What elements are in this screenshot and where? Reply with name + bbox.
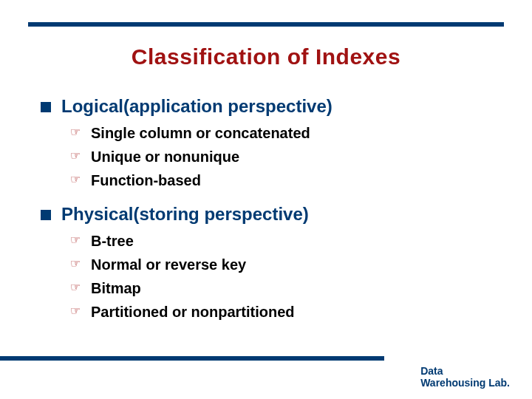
item-text: Partitioned or nonpartitioned — [91, 303, 295, 321]
list-item: ☞ Normal or reverse key — [70, 256, 502, 273]
pointer-icon: ☞ — [70, 148, 83, 164]
footer-line-1: Data — [420, 365, 443, 377]
pointer-icon: ☞ — [70, 303, 83, 319]
section-head: Logical(application perspective) — [41, 96, 502, 117]
pointer-icon: ☞ — [70, 232, 83, 248]
pointer-icon: ☞ — [70, 256, 83, 272]
item-text: Single column or concatenated — [91, 124, 310, 142]
item-text: B-tree — [91, 232, 134, 250]
list-item: ☞ Unique or nonunique — [70, 148, 502, 166]
item-list: ☞ Single column or concatenated ☞ Unique… — [70, 124, 502, 189]
list-item: ☞ B-tree — [70, 232, 502, 250]
pointer-icon: ☞ — [70, 279, 83, 296]
section-logical: Logical(application perspective) ☞ Singl… — [41, 96, 502, 189]
item-text: Function-based — [91, 171, 201, 189]
list-item: ☞ Function-based — [70, 171, 502, 189]
footer-line-2: Warehousing Lab. — [420, 377, 510, 389]
pointer-icon: ☞ — [70, 171, 83, 188]
list-item: ☞ Bitmap — [70, 279, 502, 297]
item-text: Bitmap — [91, 279, 141, 297]
square-bullet-icon — [41, 210, 51, 220]
content-area: Logical(application perspective) ☞ Singl… — [41, 96, 502, 335]
item-text: Normal or reverse key — [91, 256, 246, 273]
item-text: Unique or nonunique — [91, 148, 239, 166]
footer-label: Data Warehousing Lab. — [420, 365, 510, 389]
bottom-rule — [0, 356, 384, 361]
list-item: ☞ Single column or concatenated — [70, 124, 502, 142]
item-list: ☞ B-tree ☞ Normal or reverse key ☞ Bitma… — [70, 232, 502, 321]
list-item: ☞ Partitioned or nonpartitioned — [70, 303, 502, 321]
section-physical: Physical(storing perspective) ☞ B-tree ☞… — [41, 204, 502, 321]
top-rule — [28, 22, 504, 27]
section-heading: Physical(storing perspective) — [61, 204, 309, 225]
slide-title: Classification of Indexes — [0, 44, 532, 69]
section-head: Physical(storing perspective) — [41, 204, 502, 225]
section-heading: Logical(application perspective) — [61, 96, 332, 117]
square-bullet-icon — [41, 102, 51, 112]
pointer-icon: ☞ — [70, 124, 83, 140]
